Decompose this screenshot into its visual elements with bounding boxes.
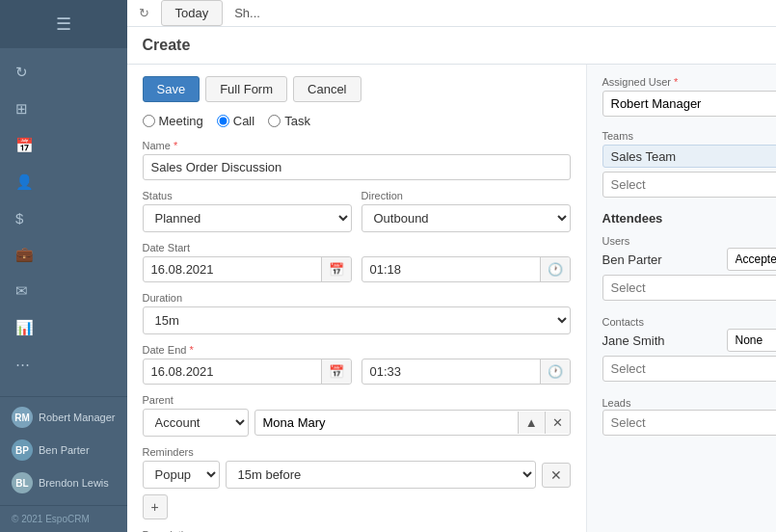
modal-title: Create (143, 37, 191, 53)
duration-label: Duration (143, 292, 571, 304)
attendee-ben: Ben Parter Accepted Declined Tentative N… (602, 248, 777, 271)
sidebar-item-grid[interactable]: ⊞ (0, 93, 127, 125)
duration-select[interactable]: 5m 10m 15m 30m 1h (143, 306, 571, 334)
time-end-field: 🕐 (361, 359, 571, 385)
parent-row: Parent Account Contact Lead Opportunity … (143, 394, 571, 437)
date-start-label: Date Start (143, 242, 571, 253)
reminder-type-select[interactable]: Popup Email (143, 461, 220, 489)
clock-icon[interactable]: 🕐 (540, 257, 570, 281)
assigned-user-label: Assigned User * (602, 76, 777, 88)
leads-select-field[interactable]: ▲ (602, 410, 777, 436)
attendee-name-ben: Ben Parter (602, 253, 721, 267)
attendees-title: Attendees (602, 211, 777, 226)
assigned-user-input[interactable] (603, 92, 777, 116)
sidebar-footer: © 2021 EspoCRM (0, 505, 127, 532)
main-content: ↻ Today Sh... Create Save Full Form Canc… (127, 0, 777, 532)
share-label: Sh... (234, 6, 260, 20)
sidebar: ☰ ↻ ⊞ 📅 👤 $ 💼 ✉ 📊 ⋯ RM (0, 0, 127, 532)
reminder-inputs: Popup Email 5m before 10m before 15m bef… (143, 461, 571, 489)
reminder-remove-icon[interactable]: ✕ (542, 463, 571, 488)
today-button[interactable]: Today (161, 0, 224, 26)
user-icon: 👤 (15, 173, 34, 191)
cancel-button[interactable]: Cancel (293, 76, 361, 102)
attendees-leads: Leads ▲ (602, 395, 777, 436)
parent-inputs: Account Contact Lead Opportunity ▲ ✕ (143, 409, 571, 437)
add-reminder-button[interactable]: + (143, 494, 168, 519)
teams-section: Teams Sales Team ✕ ▲ (602, 130, 777, 198)
reminders-label: Reminders (143, 446, 571, 458)
sidebar-item-envelope[interactable]: ✉ (0, 275, 127, 307)
dollar-icon: $ (15, 210, 23, 226)
time-end-input[interactable] (362, 359, 540, 384)
status-field-row: Status Planned Held Not Held (143, 190, 352, 232)
status-select[interactable]: Planned Held Not Held (143, 204, 352, 232)
avatar: BL (12, 472, 33, 493)
radio-meeting[interactable]: Meeting (143, 114, 203, 128)
contact-name: Ben Parter (39, 444, 90, 456)
sidebar-item-calendar[interactable]: 📅 (0, 129, 127, 162)
refresh-icon[interactable]: ↻ (139, 6, 149, 20)
attendees-section: Attendees Users Ben Parter Accepted Decl… (602, 211, 777, 436)
sidebar-item-refresh[interactable]: ↻ (0, 56, 127, 89)
toolbar: Save Full Form Cancel (143, 76, 571, 102)
date-end-label: Date End * (143, 344, 571, 356)
teams-select-input[interactable] (603, 173, 777, 197)
chart-icon: 📊 (15, 319, 34, 336)
calendar-end-icon[interactable]: 📅 (321, 359, 351, 384)
sidebar-contact-robert[interactable]: RM Robert Manager (0, 401, 127, 434)
sidebar-item-dollar[interactable]: $ (0, 202, 127, 234)
contact-name: Brendon Lewis (39, 477, 109, 489)
teams-label: Teams (602, 130, 777, 142)
leads-select-input[interactable] (603, 411, 777, 435)
modal-body: Save Full Form Cancel Meeting Call (127, 65, 777, 532)
users-select-input[interactable] (603, 276, 777, 300)
direction-label: Direction (361, 190, 571, 201)
time-start-input[interactable] (362, 257, 540, 281)
avatar: RM (12, 407, 33, 428)
sidebar-item-chart[interactable]: 📊 (0, 311, 127, 344)
attendee-status-select-ben[interactable]: Accepted Declined Tentative None (727, 248, 777, 271)
briefcase-icon: 💼 (15, 246, 34, 263)
sidebar-contact-brendon[interactable]: BL Brendon Lewis (0, 466, 127, 499)
date-end-input[interactable] (144, 359, 321, 384)
users-section-label: Users (602, 235, 630, 247)
parent-chevron-icon[interactable]: ▲ (518, 412, 545, 434)
clock-end-icon[interactable]: 🕐 (540, 359, 570, 384)
direction-select[interactable]: Outbound Inbound (361, 204, 571, 232)
date-end-row: Date End * 📅 🕐 (143, 344, 571, 385)
contact-name: Robert Manager (39, 412, 116, 423)
full-form-button[interactable]: Full Form (205, 76, 287, 102)
contacts-section-label: Contacts (602, 316, 644, 328)
save-button[interactable]: Save (143, 76, 201, 102)
assigned-user-field: ▲ ✕ (602, 91, 777, 117)
contacts-select-input[interactable] (603, 357, 777, 381)
radio-task[interactable]: Task (268, 114, 310, 128)
sidebar-item-user[interactable]: 👤 (0, 166, 127, 199)
attendee-status-select-jane[interactable]: Accepted Declined Tentative None (727, 329, 777, 352)
parent-clear-icon[interactable]: ✕ (545, 412, 570, 434)
name-input[interactable] (143, 154, 571, 180)
sidebar-item-more[interactable]: ⋯ (0, 348, 127, 381)
envelope-icon: ✉ (15, 282, 28, 300)
parent-value-field: ▲ ✕ (254, 410, 571, 436)
type-radio-group: Meeting Call Task (143, 114, 571, 128)
contacts-select-field[interactable]: ▲ (602, 356, 777, 382)
attendee-jane: Jane Smith Accepted Declined Tentative N… (602, 329, 777, 352)
users-select-field[interactable]: ▲ (602, 275, 777, 301)
team-tag-sales: Sales Team ✕ (602, 145, 777, 168)
direction-field-row: Direction Outbound Inbound (361, 190, 571, 232)
date-start-input[interactable] (144, 257, 321, 281)
parent-type-select[interactable]: Account Contact Lead Opportunity (143, 409, 249, 437)
reminder-val-select[interactable]: 5m before 10m before 15m before 30m befo… (226, 461, 536, 489)
date-end-inputs: 📅 🕐 (143, 359, 571, 385)
teams-select-field[interactable]: ▲ (602, 172, 777, 198)
date-start-inputs: 📅 🕐 (143, 256, 571, 282)
sidebar-contact-ben[interactable]: BP Ben Parter (0, 434, 127, 466)
sidebar-top: ☰ (0, 0, 127, 48)
parent-name-input[interactable] (255, 411, 518, 435)
radio-call[interactable]: Call (217, 114, 254, 128)
sidebar-item-briefcase[interactable]: 💼 (0, 238, 127, 271)
attendee-name-jane: Jane Smith (602, 333, 721, 348)
hamburger-icon[interactable]: ☰ (56, 13, 71, 35)
calendar-picker-icon[interactable]: 📅 (321, 257, 351, 281)
